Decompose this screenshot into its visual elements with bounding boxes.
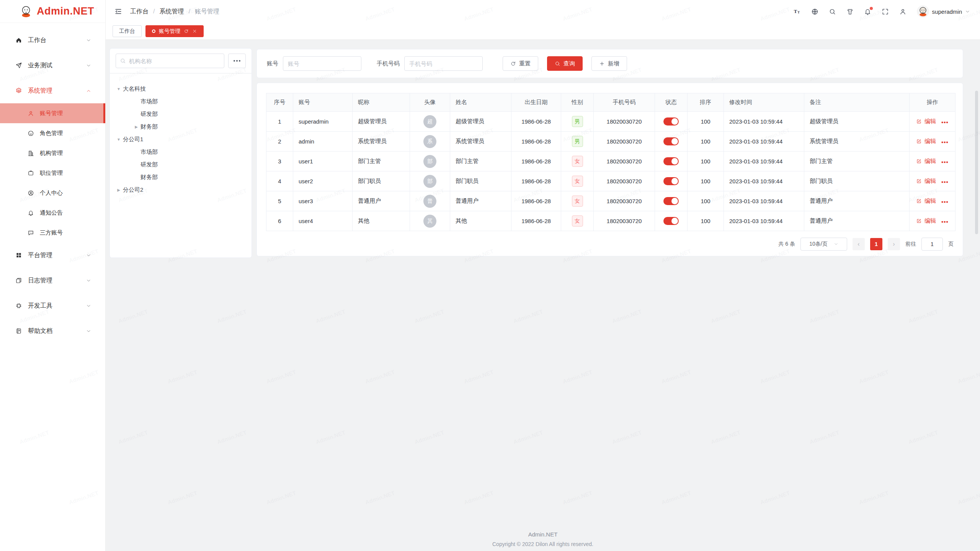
column-header-nickname: 昵称 (353, 93, 410, 112)
row-more-button[interactable]: ••• (941, 119, 949, 126)
edit-button[interactable]: 编辑 (916, 138, 936, 145)
reset-button[interactable]: 重置 (503, 56, 538, 71)
tree-caret-icon[interactable]: ▶ (114, 188, 123, 192)
status-toggle[interactable] (663, 217, 679, 225)
theme-icon-button[interactable] (846, 8, 854, 15)
row-more-button[interactable]: ••• (941, 199, 949, 205)
sidebar-item-1[interactable]: 业务测试 (0, 53, 105, 78)
user-icon (28, 110, 34, 117)
page-size-select[interactable]: 10条/页 (800, 238, 847, 251)
tree-more-button[interactable] (228, 54, 246, 68)
cell-remark: 普通用户 (804, 191, 910, 211)
sidebar-subitem-2-0[interactable]: 账号管理 (0, 103, 105, 123)
sidebar-subitem-2-1[interactable]: 角色管理 (0, 123, 105, 143)
row-more-button[interactable]: ••• (941, 179, 949, 185)
row-more-button[interactable]: ••• (941, 139, 949, 145)
sidebar-subitem-2-3[interactable]: 职位管理 (0, 163, 105, 183)
tab-close-icon[interactable] (192, 29, 197, 34)
tree-node-0[interactable]: ▼大名科技 (114, 83, 248, 95)
sidebar-item-0[interactable]: 工作台 (0, 28, 105, 53)
pagination-total: 共 6 条 (778, 241, 795, 248)
goto-page-input[interactable] (921, 238, 943, 251)
tree-node-label: 市场部 (140, 98, 158, 105)
search-button[interactable]: 查询 (547, 56, 583, 71)
row-avatar: 部 (423, 155, 436, 168)
edit-button[interactable]: 编辑 (916, 178, 936, 185)
row-more-button[interactable]: ••• (941, 218, 949, 225)
sidebar-subitem-2-2[interactable]: 机构管理 (0, 143, 105, 163)
tree-caret-icon[interactable]: ▼ (114, 137, 123, 142)
edit-button[interactable]: 编辑 (916, 158, 936, 165)
tab-refresh-icon[interactable] (184, 29, 189, 34)
sidebar-subitem-label: 账号管理 (40, 110, 63, 117)
edit-button[interactable]: 编辑 (916, 197, 936, 205)
tree-caret-icon[interactable]: ▶ (132, 125, 140, 129)
position-icon (28, 170, 34, 176)
phone-input[interactable] (404, 56, 483, 71)
tree-node-2[interactable]: 研发部 (114, 108, 248, 121)
table-header-row: 序号账号昵称头像姓名出生日期性别手机号码状态排序修改时间备注操作 (266, 93, 956, 112)
status-toggle[interactable] (663, 197, 679, 205)
logo[interactable]: Admin.NET (0, 0, 105, 23)
tree-caret-icon[interactable]: ▼ (114, 87, 123, 91)
edit-button[interactable]: 编辑 (916, 118, 936, 125)
user-menu[interactable]: superadmin (917, 5, 970, 18)
cell-account: user4 (293, 211, 353, 231)
edit-icon (916, 178, 922, 184)
current-page-button[interactable]: 1 (870, 238, 882, 250)
edit-icon (916, 218, 922, 224)
sidebar-subitem-label: 职位管理 (40, 170, 63, 177)
tree-node-1[interactable]: 市场部 (114, 95, 248, 108)
sidebar-subitem-2-4[interactable]: 个人中心 (0, 183, 105, 203)
sidebar-subitem-2-5[interactable]: 通知公告 (0, 203, 105, 223)
next-page-button[interactable]: › (888, 238, 900, 250)
status-toggle[interactable] (663, 157, 679, 165)
prev-page-button[interactable]: ‹ (853, 238, 865, 250)
person-icon-button[interactable] (899, 8, 906, 15)
tree-node-3[interactable]: ▶财务部 (114, 121, 248, 133)
font-size-icon-button[interactable]: TT (794, 8, 801, 15)
sidebar-item-3[interactable]: 平台管理 (0, 243, 105, 268)
tab-account-management[interactable]: 账号管理 (145, 25, 204, 37)
status-toggle[interactable] (663, 137, 679, 145)
topbar-actions: TT superadmin (794, 5, 970, 18)
column-header-modified: 修改时间 (724, 93, 804, 112)
gear-icon (15, 87, 22, 94)
tree-node-4[interactable]: ▼分公司1 (114, 133, 248, 146)
sidebar-item-5[interactable]: 开发工具 (0, 293, 105, 318)
cell-phone: 18020030720 (594, 171, 655, 191)
notification-icon-button[interactable] (864, 8, 871, 15)
table-row: 4user2部门职员部部门职员1986-06-28女18020030720100… (266, 171, 956, 191)
search-icon (555, 61, 560, 67)
org-icon (28, 150, 34, 156)
org-search-input[interactable] (129, 58, 220, 64)
account-label: 账号 (267, 60, 278, 67)
sidebar-subitem-2-6[interactable]: 三方账号 (0, 223, 105, 243)
breadcrumb-item-1[interactable]: 系统管理 (159, 8, 184, 16)
account-input[interactable] (283, 56, 361, 71)
breadcrumb-item-0[interactable]: 工作台 (130, 8, 149, 16)
scrollbar-thumb[interactable] (975, 91, 978, 234)
add-button[interactable]: 新增 (591, 56, 627, 71)
tree-node-7[interactable]: 财务部 (114, 171, 248, 184)
status-toggle[interactable] (663, 177, 679, 185)
tab-workbench[interactable]: 工作台 (113, 25, 142, 37)
tree-node-8[interactable]: ▶分公司2 (114, 184, 248, 196)
sidebar-menu: 工作台业务测试系统管理账号管理角色管理机构管理职位管理个人中心通知公告三方账号平… (0, 23, 105, 344)
cell-name: 其他 (450, 211, 511, 231)
sidebar-item-6[interactable]: 帮助文档 (0, 318, 105, 344)
tree-node-5[interactable]: 市场部 (114, 146, 248, 158)
edit-button[interactable]: 编辑 (916, 217, 936, 225)
tree-node-label: 财务部 (140, 174, 158, 181)
search-icon-button[interactable] (829, 8, 836, 15)
row-more-button[interactable]: ••• (941, 159, 949, 165)
footer-app-name: Admin.NET (106, 531, 980, 538)
language-icon-button[interactable] (811, 8, 818, 15)
fullscreen-icon-button[interactable] (882, 8, 889, 15)
sidebar-collapse-button[interactable] (114, 7, 122, 16)
refresh-icon (184, 29, 189, 34)
sidebar-item-4[interactable]: 日志管理 (0, 268, 105, 293)
tree-node-6[interactable]: 研发部 (114, 158, 248, 171)
status-toggle[interactable] (663, 117, 679, 126)
sidebar-item-2[interactable]: 系统管理 (0, 78, 105, 103)
